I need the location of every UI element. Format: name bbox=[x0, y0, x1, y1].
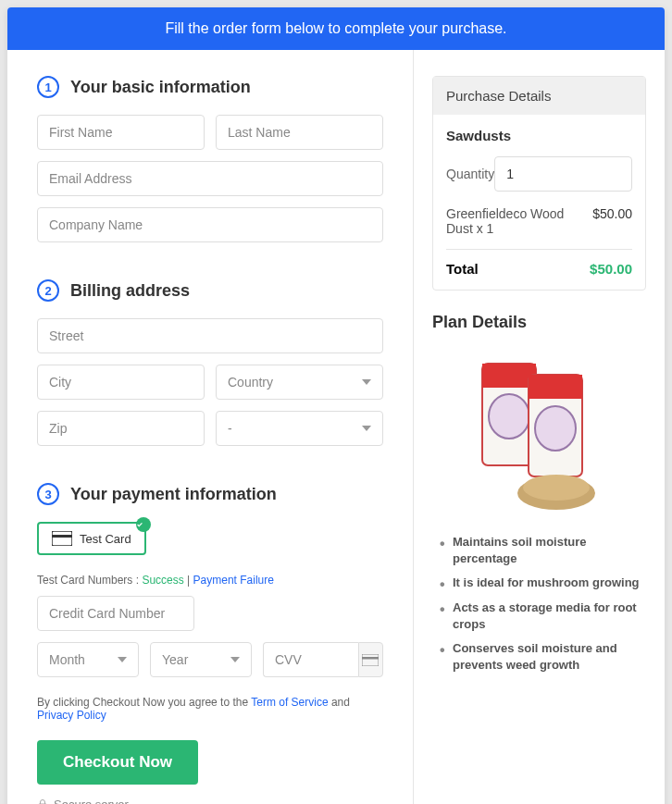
checkout-button[interactable]: Checkout Now bbox=[37, 740, 198, 785]
svg-point-10 bbox=[535, 406, 576, 451]
cc-number-input[interactable] bbox=[37, 596, 194, 631]
tos-link[interactable]: Term of Service bbox=[251, 696, 328, 709]
step-2-title: Billing address bbox=[70, 281, 190, 301]
country-select[interactable]: Country bbox=[216, 365, 383, 400]
step-3-number: 3 bbox=[37, 483, 59, 505]
state-select[interactable]: - bbox=[216, 411, 383, 446]
cvv-input[interactable] bbox=[263, 642, 358, 677]
failure-link[interactable]: Payment Failure bbox=[193, 574, 274, 587]
features-list: Maintains soil moisture percentage It is… bbox=[432, 534, 646, 674]
lock-icon bbox=[37, 798, 48, 805]
month-select[interactable]: Month bbox=[37, 642, 139, 677]
product-name: Sawdusts bbox=[446, 128, 632, 143]
feature-item: It is ideal for mushroom growing bbox=[440, 575, 646, 591]
feature-item: Maintains soil moisture percentage bbox=[440, 534, 646, 567]
step-1-header: 1 Your basic information bbox=[37, 76, 383, 98]
step-2-number: 2 bbox=[37, 279, 59, 302]
privacy-link[interactable]: Privacy Policy bbox=[37, 709, 106, 722]
card-option-label: Test Card bbox=[80, 532, 131, 546]
step-3-header: 3 Your payment information bbox=[37, 483, 383, 505]
form-column: 1 Your basic information 2 Billing addre… bbox=[7, 50, 414, 804]
step-3-title: Your payment information bbox=[70, 485, 277, 504]
purchase-header: Purchase Details bbox=[433, 77, 645, 115]
test-card-numbers: Test Card Numbers : Success | Payment Fa… bbox=[37, 574, 383, 587]
step-1-title: Your basic information bbox=[70, 78, 251, 97]
svg-rect-3 bbox=[362, 657, 379, 660]
line-item: Greenfieldeco Wood Dust x 1 $50.00 bbox=[446, 206, 632, 236]
terms-text: By clicking Checkout Now you agree to th… bbox=[37, 696, 383, 722]
sidebar: Purchase Details Sawdusts Quantity Green… bbox=[414, 50, 665, 804]
banner: Fill the order form below to complete yo… bbox=[7, 7, 665, 50]
line-item-price: $50.00 bbox=[592, 206, 632, 236]
check-badge-icon bbox=[136, 517, 151, 532]
step-2-header: 2 Billing address bbox=[37, 279, 383, 302]
last-name-input[interactable] bbox=[216, 115, 383, 150]
total-label: Total bbox=[446, 261, 479, 277]
email-input[interactable] bbox=[37, 161, 383, 196]
zip-input[interactable] bbox=[37, 411, 205, 446]
plan-image bbox=[432, 347, 646, 517]
step-1-number: 1 bbox=[37, 76, 59, 98]
quantity-label: Quantity bbox=[446, 167, 494, 181]
svg-rect-2 bbox=[362, 654, 379, 666]
year-select[interactable]: Year bbox=[150, 642, 252, 677]
card-option[interactable]: Test Card bbox=[37, 522, 146, 555]
credit-card-icon bbox=[52, 531, 72, 546]
success-link[interactable]: Success bbox=[142, 574, 183, 587]
svg-rect-9 bbox=[529, 375, 582, 399]
company-input[interactable] bbox=[37, 207, 383, 242]
secure-server: Secure server bbox=[37, 798, 383, 804]
svg-rect-1 bbox=[52, 535, 72, 538]
svg-point-7 bbox=[489, 394, 529, 439]
purchase-panel: Purchase Details Sawdusts Quantity Green… bbox=[432, 76, 646, 291]
svg-point-12 bbox=[523, 475, 590, 501]
first-name-input[interactable] bbox=[37, 115, 205, 150]
plan-title: Plan Details bbox=[432, 313, 646, 332]
quantity-input[interactable] bbox=[494, 156, 632, 192]
svg-rect-0 bbox=[52, 531, 72, 546]
line-item-desc: Greenfieldeco Wood Dust x 1 bbox=[446, 206, 576, 236]
street-input[interactable] bbox=[37, 318, 383, 353]
feature-item: Conserves soil moisture and prevents wee… bbox=[440, 640, 646, 674]
city-input[interactable] bbox=[37, 365, 205, 400]
cvv-card-icon bbox=[358, 642, 383, 677]
feature-item: Acts as a storage media for root crops bbox=[440, 600, 646, 633]
total-amount: $50.00 bbox=[590, 261, 632, 277]
